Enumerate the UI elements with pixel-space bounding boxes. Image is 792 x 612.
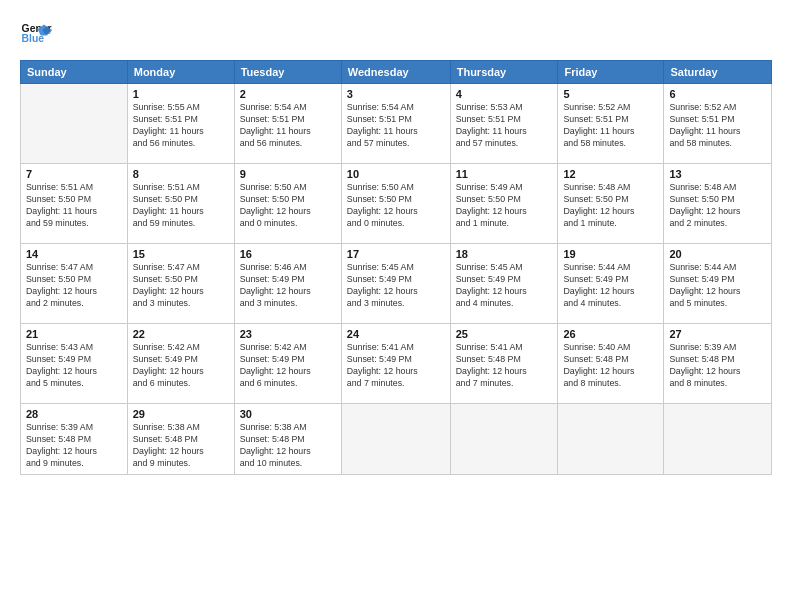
day-number: 7	[26, 168, 122, 180]
calendar-cell: 24Sunrise: 5:41 AM Sunset: 5:49 PM Dayli…	[341, 324, 450, 404]
day-number: 11	[456, 168, 553, 180]
day-info: Sunrise: 5:38 AM Sunset: 5:48 PM Dayligh…	[240, 422, 336, 470]
calendar-cell: 6Sunrise: 5:52 AM Sunset: 5:51 PM Daylig…	[664, 84, 772, 164]
header-saturday: Saturday	[664, 61, 772, 84]
calendar-cell: 29Sunrise: 5:38 AM Sunset: 5:48 PM Dayli…	[127, 404, 234, 475]
day-info: Sunrise: 5:54 AM Sunset: 5:51 PM Dayligh…	[347, 102, 445, 150]
day-info: Sunrise: 5:49 AM Sunset: 5:50 PM Dayligh…	[456, 182, 553, 230]
day-number: 21	[26, 328, 122, 340]
day-number: 20	[669, 248, 766, 260]
day-number: 12	[563, 168, 658, 180]
calendar-cell: 23Sunrise: 5:42 AM Sunset: 5:49 PM Dayli…	[234, 324, 341, 404]
calendar-cell: 14Sunrise: 5:47 AM Sunset: 5:50 PM Dayli…	[21, 244, 128, 324]
calendar-cell	[341, 404, 450, 475]
calendar-cell: 2Sunrise: 5:54 AM Sunset: 5:51 PM Daylig…	[234, 84, 341, 164]
day-info: Sunrise: 5:50 AM Sunset: 5:50 PM Dayligh…	[240, 182, 336, 230]
day-number: 22	[133, 328, 229, 340]
day-number: 13	[669, 168, 766, 180]
calendar-cell: 13Sunrise: 5:48 AM Sunset: 5:50 PM Dayli…	[664, 164, 772, 244]
day-number: 1	[133, 88, 229, 100]
day-number: 16	[240, 248, 336, 260]
day-info: Sunrise: 5:51 AM Sunset: 5:50 PM Dayligh…	[26, 182, 122, 230]
calendar-cell: 22Sunrise: 5:42 AM Sunset: 5:49 PM Dayli…	[127, 324, 234, 404]
calendar-table: SundayMondayTuesdayWednesdayThursdayFrid…	[20, 60, 772, 475]
calendar-cell: 4Sunrise: 5:53 AM Sunset: 5:51 PM Daylig…	[450, 84, 558, 164]
day-number: 19	[563, 248, 658, 260]
day-info: Sunrise: 5:39 AM Sunset: 5:48 PM Dayligh…	[26, 422, 122, 470]
day-number: 10	[347, 168, 445, 180]
day-number: 23	[240, 328, 336, 340]
week-row-0: 1Sunrise: 5:55 AM Sunset: 5:51 PM Daylig…	[21, 84, 772, 164]
day-number: 8	[133, 168, 229, 180]
day-info: Sunrise: 5:55 AM Sunset: 5:51 PM Dayligh…	[133, 102, 229, 150]
calendar-cell: 17Sunrise: 5:45 AM Sunset: 5:49 PM Dayli…	[341, 244, 450, 324]
calendar-cell	[664, 404, 772, 475]
header-thursday: Thursday	[450, 61, 558, 84]
week-row-2: 14Sunrise: 5:47 AM Sunset: 5:50 PM Dayli…	[21, 244, 772, 324]
calendar-cell: 28Sunrise: 5:39 AM Sunset: 5:48 PM Dayli…	[21, 404, 128, 475]
day-number: 25	[456, 328, 553, 340]
calendar-cell: 21Sunrise: 5:43 AM Sunset: 5:49 PM Dayli…	[21, 324, 128, 404]
calendar-cell: 12Sunrise: 5:48 AM Sunset: 5:50 PM Dayli…	[558, 164, 664, 244]
day-info: Sunrise: 5:48 AM Sunset: 5:50 PM Dayligh…	[669, 182, 766, 230]
day-info: Sunrise: 5:47 AM Sunset: 5:50 PM Dayligh…	[26, 262, 122, 310]
week-row-3: 21Sunrise: 5:43 AM Sunset: 5:49 PM Dayli…	[21, 324, 772, 404]
week-row-1: 7Sunrise: 5:51 AM Sunset: 5:50 PM Daylig…	[21, 164, 772, 244]
week-row-4: 28Sunrise: 5:39 AM Sunset: 5:48 PM Dayli…	[21, 404, 772, 475]
day-number: 24	[347, 328, 445, 340]
header-sunday: Sunday	[21, 61, 128, 84]
day-info: Sunrise: 5:52 AM Sunset: 5:51 PM Dayligh…	[563, 102, 658, 150]
day-info: Sunrise: 5:42 AM Sunset: 5:49 PM Dayligh…	[133, 342, 229, 390]
calendar-cell: 1Sunrise: 5:55 AM Sunset: 5:51 PM Daylig…	[127, 84, 234, 164]
day-info: Sunrise: 5:40 AM Sunset: 5:48 PM Dayligh…	[563, 342, 658, 390]
day-number: 27	[669, 328, 766, 340]
day-info: Sunrise: 5:53 AM Sunset: 5:51 PM Dayligh…	[456, 102, 553, 150]
day-number: 5	[563, 88, 658, 100]
day-info: Sunrise: 5:39 AM Sunset: 5:48 PM Dayligh…	[669, 342, 766, 390]
header-tuesday: Tuesday	[234, 61, 341, 84]
calendar-cell	[21, 84, 128, 164]
calendar-cell: 25Sunrise: 5:41 AM Sunset: 5:48 PM Dayli…	[450, 324, 558, 404]
day-number: 15	[133, 248, 229, 260]
day-number: 3	[347, 88, 445, 100]
day-info: Sunrise: 5:50 AM Sunset: 5:50 PM Dayligh…	[347, 182, 445, 230]
day-info: Sunrise: 5:54 AM Sunset: 5:51 PM Dayligh…	[240, 102, 336, 150]
header-friday: Friday	[558, 61, 664, 84]
day-number: 30	[240, 408, 336, 420]
day-number: 28	[26, 408, 122, 420]
day-number: 17	[347, 248, 445, 260]
calendar-cell: 27Sunrise: 5:39 AM Sunset: 5:48 PM Dayli…	[664, 324, 772, 404]
day-info: Sunrise: 5:42 AM Sunset: 5:49 PM Dayligh…	[240, 342, 336, 390]
calendar-cell: 5Sunrise: 5:52 AM Sunset: 5:51 PM Daylig…	[558, 84, 664, 164]
header-wednesday: Wednesday	[341, 61, 450, 84]
day-number: 18	[456, 248, 553, 260]
calendar-cell: 11Sunrise: 5:49 AM Sunset: 5:50 PM Dayli…	[450, 164, 558, 244]
day-number: 9	[240, 168, 336, 180]
calendar-cell: 16Sunrise: 5:46 AM Sunset: 5:49 PM Dayli…	[234, 244, 341, 324]
day-info: Sunrise: 5:45 AM Sunset: 5:49 PM Dayligh…	[456, 262, 553, 310]
day-number: 26	[563, 328, 658, 340]
day-info: Sunrise: 5:51 AM Sunset: 5:50 PM Dayligh…	[133, 182, 229, 230]
day-info: Sunrise: 5:48 AM Sunset: 5:50 PM Dayligh…	[563, 182, 658, 230]
day-info: Sunrise: 5:38 AM Sunset: 5:48 PM Dayligh…	[133, 422, 229, 470]
calendar-cell: 30Sunrise: 5:38 AM Sunset: 5:48 PM Dayli…	[234, 404, 341, 475]
day-info: Sunrise: 5:41 AM Sunset: 5:49 PM Dayligh…	[347, 342, 445, 390]
logo: General Blue	[20, 18, 52, 50]
day-info: Sunrise: 5:43 AM Sunset: 5:49 PM Dayligh…	[26, 342, 122, 390]
calendar-cell: 20Sunrise: 5:44 AM Sunset: 5:49 PM Dayli…	[664, 244, 772, 324]
calendar-cell: 15Sunrise: 5:47 AM Sunset: 5:50 PM Dayli…	[127, 244, 234, 324]
calendar-cell: 10Sunrise: 5:50 AM Sunset: 5:50 PM Dayli…	[341, 164, 450, 244]
day-info: Sunrise: 5:47 AM Sunset: 5:50 PM Dayligh…	[133, 262, 229, 310]
day-info: Sunrise: 5:52 AM Sunset: 5:51 PM Dayligh…	[669, 102, 766, 150]
day-number: 14	[26, 248, 122, 260]
day-number: 4	[456, 88, 553, 100]
day-info: Sunrise: 5:44 AM Sunset: 5:49 PM Dayligh…	[563, 262, 658, 310]
calendar-cell	[558, 404, 664, 475]
calendar-cell: 18Sunrise: 5:45 AM Sunset: 5:49 PM Dayli…	[450, 244, 558, 324]
day-info: Sunrise: 5:45 AM Sunset: 5:49 PM Dayligh…	[347, 262, 445, 310]
calendar-cell: 3Sunrise: 5:54 AM Sunset: 5:51 PM Daylig…	[341, 84, 450, 164]
calendar-cell: 26Sunrise: 5:40 AM Sunset: 5:48 PM Dayli…	[558, 324, 664, 404]
calendar-cell: 9Sunrise: 5:50 AM Sunset: 5:50 PM Daylig…	[234, 164, 341, 244]
day-number: 6	[669, 88, 766, 100]
calendar-cell: 19Sunrise: 5:44 AM Sunset: 5:49 PM Dayli…	[558, 244, 664, 324]
